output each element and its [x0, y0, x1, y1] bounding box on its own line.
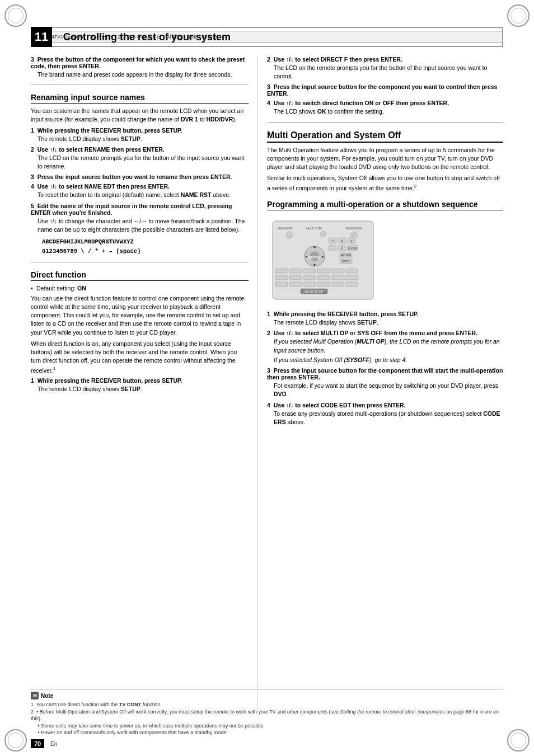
- rename-step-2-body: The LCD on the remote prompts you for th…: [31, 154, 249, 171]
- prog-step-1-title: 1 While pressing the RECEIVER button, pr…: [267, 311, 503, 317]
- direct-step-2: 2 Use ↑/↓ to select DIRECT F then press …: [267, 56, 503, 81]
- svg-rect-31: [289, 269, 302, 273]
- svg-rect-42: [289, 282, 302, 287]
- svg-text:►: ►: [321, 255, 325, 259]
- page-en-label: En: [50, 741, 57, 747]
- char-line-1: ABCDEFGHIJKLMNOPQRSTUVWXYZ: [42, 237, 249, 247]
- svg-text:SETUP: SETUP: [342, 260, 350, 263]
- svg-text:RECEIVER: RECEIVER: [278, 227, 293, 230]
- divider-2: [31, 262, 249, 262]
- programming-header: Programming a multi-operation or a shutd…: [267, 200, 503, 210]
- prog-step-2: 2 Use ↑/↓ to select MULTI OP or SYS OFF …: [267, 330, 503, 364]
- note-header: ✉ Note: [31, 692, 503, 699]
- svg-text:ENTER: ENTER: [348, 247, 358, 250]
- prog-step-1-body: The remote LCD display shows SETUP.: [267, 318, 503, 327]
- rename-step-4: 4 Use ↑/↓ to select NAME EDT then press …: [31, 183, 249, 199]
- note-item-2: 2 • Before Multi Operation and System Of…: [31, 708, 503, 722]
- main-content: 3 Press the button of the component for …: [31, 56, 503, 711]
- svg-rect-45: [331, 282, 344, 287]
- rename-step-5: 5 Edit the name of the input source in t…: [31, 203, 249, 234]
- multi-op-body-1: The Multi Operation feature allows you t…: [267, 146, 503, 172]
- direct-step-1: 1 While pressing the RECEIVER button, pr…: [31, 377, 249, 393]
- direct-function-header: Direct function: [31, 270, 249, 281]
- prog-step-3-body: For example, if you want to start the se…: [267, 382, 503, 398]
- prog-step-2-body-2: If you selected System Off (SYSOFF), go …: [267, 356, 503, 364]
- svg-point-6: [350, 232, 357, 238]
- renaming-intro: You can customize the names that appear …: [31, 107, 249, 124]
- direct-body-1: You can use the direct function feature …: [31, 294, 249, 337]
- svg-point-5: [320, 231, 326, 237]
- direct-step-4: 4 Use ↑/↓ to switch direct function ON o…: [267, 100, 503, 116]
- note-text: 1 You can't use direct function with the…: [31, 701, 503, 736]
- intro-step-3: 3 Press the button of the component for …: [31, 56, 249, 79]
- svg-rect-34: [331, 269, 344, 273]
- svg-text:-: -: [332, 247, 333, 250]
- svg-rect-39: [317, 275, 330, 280]
- svg-text:▲: ▲: [313, 245, 317, 248]
- corner-decoration-tr: [507, 4, 530, 27]
- rename-step-1-body: The remote LCD display shows SETUP.: [31, 135, 249, 143]
- rename-step-4-body: To reset the button to its original (def…: [31, 191, 249, 199]
- note-item-3: • Some units may take some time to power…: [31, 722, 503, 730]
- char-block: ABCDEFGHIJKLMNOPQRSTUVWXYZ 0123456789 \ …: [42, 237, 249, 256]
- prog-step-3-title: 3 Press the input source button for the …: [267, 367, 503, 381]
- direct-step-3: 3 Press the input source button for the …: [267, 83, 503, 97]
- right-column: 2 Use ↑/↓ to select DIRECT F then press …: [257, 56, 503, 711]
- svg-text:TELEVISION: TELEVISION: [345, 227, 362, 230]
- prog-step-2-title: 2 Use ↑/↓ to select MULTI OP or SYS OFF …: [267, 330, 503, 336]
- svg-rect-40: [331, 275, 358, 280]
- intro-step-3-body: The brand name and preset code appears i…: [31, 71, 249, 79]
- svg-text:◄: ◄: [305, 255, 308, 259]
- direct-step-4-title: 4 Use ↑/↓ to switch direct function ON o…: [267, 100, 503, 106]
- svg-rect-41: [275, 282, 288, 287]
- corner-decoration-br: [507, 729, 530, 752]
- rename-step-5-title: 5 Edit the name of the input source in t…: [31, 203, 249, 216]
- note-label: Note: [41, 693, 53, 699]
- renaming-section-header: Renaming input source names: [31, 93, 249, 104]
- svg-rect-30: [275, 269, 288, 273]
- direct-body-2: When direct function is on, any componen…: [31, 340, 249, 374]
- chapter-title: Controlling the rest of your system: [52, 27, 503, 47]
- direct-step-3-title: 3 Press the input source button for the …: [267, 83, 503, 97]
- svg-rect-35: [345, 269, 358, 273]
- direct-step-4-body: The LCD shows OK to confirm the setting.: [267, 107, 503, 116]
- svg-text:MULTI SETUP: MULTI SETUP: [305, 290, 324, 293]
- rename-step-3-title: 3 Press the input source button you want…: [31, 173, 249, 180]
- rename-step-2-title: 2 Use ↑/↓ to select RENAME then press EN…: [31, 146, 249, 153]
- rename-step-4-title: 4 Use ↑/↓ to select NAME EDT then press …: [31, 183, 249, 190]
- prog-step-4-title: 4 Use ↑/↓ to select CODE EDT then press …: [267, 402, 503, 408]
- direct-step-2-title: 2 Use ↑/↓ to select DIRECT F then press …: [267, 56, 503, 63]
- divider-1: [31, 84, 249, 85]
- page-number: 70: [31, 739, 44, 748]
- corner-decoration-tl: [4, 4, 27, 27]
- direct-step-1-body: The remote LCD display shows SETUP.: [31, 385, 249, 393]
- rename-step-3: 3 Press the input source button you want…: [31, 173, 249, 180]
- svg-rect-44: [317, 282, 330, 287]
- svg-rect-37: [289, 275, 302, 280]
- prog-step-1: 1 While pressing the RECEIVER button, pr…: [267, 311, 503, 327]
- intro-step-3-title: 3 Press the button of the component for …: [31, 56, 249, 69]
- direct-step-2-body: The LCD on the remote prompts you for th…: [267, 64, 503, 81]
- chapter-badge: 11: [31, 27, 52, 47]
- rename-step-1-title: 1 While pressing the RECEIVER button, pr…: [31, 127, 249, 134]
- prog-step-4-body: To erase any previously stored multi-ope…: [267, 410, 503, 426]
- note-item-1: 1 You can't use direct function with the…: [31, 701, 503, 708]
- rename-step-2: 2 Use ↑/↓ to select RENAME then press EN…: [31, 146, 249, 171]
- svg-rect-38: [303, 275, 316, 280]
- multi-op-header: Multi Operation and System Off: [267, 130, 503, 143]
- svg-text:▼: ▼: [313, 263, 317, 267]
- svg-point-4: [286, 232, 293, 238]
- rename-step-1: 1 While pressing the RECEIVER button, pr…: [31, 127, 249, 143]
- svg-rect-36: [275, 275, 288, 280]
- svg-rect-33: [317, 269, 330, 273]
- multi-op-body-2: Similar to multi operations, System Off …: [267, 174, 503, 192]
- svg-rect-32: [303, 269, 316, 273]
- direct-step-1-title: 1 While pressing the RECEIVER button, pr…: [31, 377, 249, 384]
- svg-text:ENTER: ENTER: [309, 256, 321, 259]
- svg-text:MULTI CTRL: MULTI CTRL: [306, 227, 322, 230]
- prog-step-3: 3 Press the input source button for the …: [267, 367, 503, 398]
- svg-rect-46: [345, 282, 358, 287]
- rename-step-5-body: Use ↑/↓ to change the character and ←/→ …: [31, 217, 249, 234]
- remote-svg: RECEIVER MULTI CTRL TELEVISION 7 8 9 - 0: [267, 218, 379, 305]
- note-item-4: • Power on and off commands only work wi…: [31, 729, 503, 736]
